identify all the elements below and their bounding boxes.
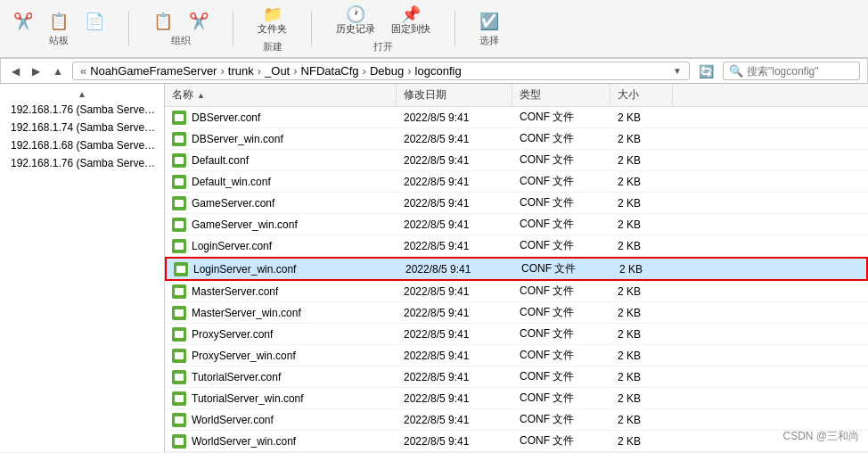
search-box[interactable]: 🔍	[723, 62, 860, 80]
sidebar-item-1[interactable]: 192.168.1.74 (Samba Server Ver	[0, 119, 164, 136]
table-row[interactable]: ProxyServer_win.conf 2022/8/5 9:41 CONF …	[165, 345, 868, 367]
file-size-cell: 2 KB	[610, 283, 673, 301]
table-row[interactable]: WorldServer.conf 2022/8/5 9:41 CONF 文件 2…	[165, 409, 868, 431]
path-segment-0[interactable]: NoahGameFrameServer	[90, 64, 217, 78]
path-segment-1[interactable]: trunk	[228, 64, 254, 78]
conf-file-icon	[172, 327, 186, 342]
toolbar-group-open: 🕐 历史记录 📌 固定到快 打开	[330, 4, 437, 54]
toolbar-pin-btn[interactable]: 📌 固定到快	[385, 4, 437, 38]
file-type-cell: CONF 文件	[512, 367, 610, 387]
table-row[interactable]: MasterServer_win.conf 2022/8/5 9:41 CONF…	[165, 302, 868, 324]
table-row[interactable]: Default_win.conf 2022/8/5 9:41 CONF 文件 2…	[165, 171, 868, 193]
toolbar-new-label: 新建	[263, 40, 283, 54]
search-input[interactable]	[747, 65, 854, 78]
file-name: DBServer_win.conf	[192, 133, 283, 145]
sidebar-item-2[interactable]: 192.168.1.68 (Samba Server Vers	[0, 136, 164, 154]
col-name-sort: ▲	[197, 91, 205, 100]
col-header-date[interactable]: 修改日期	[397, 84, 512, 106]
file-type-cell: CONF 文件	[514, 259, 612, 279]
sidebar-item-3[interactable]: 192.168.1.76 (Samba Server Vers	[0, 154, 164, 172]
file-date-cell: 2022/8/5 9:41	[397, 325, 512, 343]
path-prefix-arrow: «	[80, 64, 86, 78]
file-name: LoginServer_win.conf	[193, 263, 296, 276]
table-row[interactable]: DBServer.conf 2022/8/5 9:41 CONF 文件 2 KB	[165, 107, 868, 128]
table-row[interactable]: TutorialServer.conf 2022/8/5 9:41 CONF 文…	[165, 367, 868, 388]
file-date-cell: 2022/8/5 9:41	[397, 216, 512, 234]
sidebar-scroll-up[interactable]: ▲	[0, 87, 164, 101]
file-name: Default.conf	[192, 154, 249, 167]
table-row[interactable]: MasterServer.conf 2022/8/5 9:41 CONF 文件 …	[165, 281, 868, 302]
file-date-cell: 2022/8/5 9:41	[397, 237, 512, 255]
table-row[interactable]: LoginServer_win.conf 2022/8/5 9:41 CONF …	[165, 257, 868, 281]
file-type-cell: CONF 文件	[512, 281, 610, 301]
organize-icon1: 📋	[153, 13, 173, 29]
file-name-cell: ProxyServer.conf	[165, 325, 397, 344]
path-segment-3[interactable]: NFDataCfg	[301, 64, 359, 78]
path-segment-4[interactable]: Debug	[370, 64, 404, 78]
table-row[interactable]: DBServer_win.conf 2022/8/5 9:41 CONF 文件 …	[165, 128, 868, 150]
file-size-cell: 2 KB	[610, 411, 673, 429]
nav-forward-btn[interactable]: ▶	[29, 63, 44, 79]
col-size-label: 大小	[618, 87, 639, 103]
path-segment-5[interactable]: logconfig	[415, 64, 462, 78]
file-name: TutorialServer.conf	[192, 371, 281, 383]
toolbar-divider-4	[454, 11, 455, 46]
file-list-header: 名称 ▲ 修改日期 类型 大小	[165, 84, 868, 107]
toolbar-select-all-btn[interactable]: ☑️	[473, 11, 505, 32]
table-row[interactable]: TutorialServer_win.conf 2022/8/5 9:41 CO…	[165, 388, 868, 409]
nav-up-btn[interactable]: ▲	[49, 63, 67, 79]
file-date-cell: 2022/8/5 9:41	[397, 347, 512, 365]
history-icon: 🕐	[346, 6, 365, 22]
toolbar-history-btn[interactable]: 🕐 历史记录	[330, 4, 381, 38]
refresh-btn[interactable]: 🔄	[695, 62, 717, 80]
file-size-cell: 2 KB	[610, 130, 673, 148]
path-dropdown-btn[interactable]: ▼	[673, 66, 682, 76]
col-header-size[interactable]: 大小	[610, 84, 673, 106]
table-row[interactable]: ProxyServer.conf 2022/8/5 9:41 CONF 文件 2…	[165, 324, 868, 345]
conf-file-icon	[172, 196, 186, 210]
path-arrow-1: ›	[220, 64, 224, 78]
conf-file-icon	[172, 132, 186, 146]
toolbar-cut-btn[interactable]: ✂️	[7, 11, 39, 32]
pin-icon: 📌	[401, 6, 421, 22]
file-type-cell: CONF 文件	[512, 235, 610, 256]
path-arrow-4: ›	[363, 64, 366, 78]
file-type-cell: CONF 文件	[512, 388, 610, 408]
file-type-cell: CONF 文件	[512, 431, 610, 451]
toolbar-organize-btn2[interactable]: ✂️	[183, 11, 215, 32]
file-name-cell: MasterServer_win.conf	[165, 303, 397, 323]
address-path[interactable]: « NoahGameFrameServer › trunk › _Out › N…	[72, 62, 690, 80]
file-name-cell: WorldServer_win.conf	[165, 432, 397, 451]
conf-file-icon	[172, 153, 186, 168]
table-row[interactable]: LoginServer.conf 2022/8/5 9:41 CONF 文件 2…	[165, 235, 868, 257]
toolbar-new-folder-btn[interactable]: 📁 文件夹	[251, 4, 293, 38]
file-size-cell: 2 KB	[610, 216, 673, 234]
file-date-cell: 2022/8/5 9:41	[397, 411, 512, 429]
file-type-cell: CONF 文件	[512, 128, 610, 149]
table-row[interactable]: GameServer_win.conf 2022/8/5 9:41 CONF 文…	[165, 214, 868, 235]
toolbar-copy-btn[interactable]: 📋	[43, 11, 75, 32]
conf-file-icon	[172, 284, 186, 299]
toolbar-organize-items: 📋 ✂️	[147, 11, 215, 32]
watermark: CSDN @三和尚	[782, 429, 859, 444]
file-date-cell: 2022/8/5 9:41	[397, 194, 512, 212]
file-name-cell: DBServer_win.conf	[165, 129, 397, 149]
toolbar-paste-btn[interactable]: 📄	[78, 11, 111, 32]
file-name-cell: ProxyServer_win.conf	[165, 346, 397, 366]
file-name-cell: LoginServer_win.conf	[167, 259, 398, 279]
file-name-cell: Default_win.conf	[165, 172, 397, 192]
toolbar-organize-btn1[interactable]: 📋	[147, 11, 179, 32]
table-row[interactable]: GameServer.conf 2022/8/5 9:41 CONF 文件 2 …	[165, 193, 868, 214]
nav-back-btn[interactable]: ◀	[8, 63, 23, 79]
main-area: ▲ 192.168.1.76 (Samba Server Vers 192.16…	[0, 84, 868, 452]
col-header-type[interactable]: 类型	[512, 84, 610, 106]
table-row[interactable]: WorldServer_win.conf 2022/8/5 9:41 CONF …	[165, 431, 868, 452]
toolbar-new-items: 📁 文件夹	[251, 4, 293, 38]
col-header-name[interactable]: 名称 ▲	[165, 84, 397, 106]
toolbar-group-new: 📁 文件夹 新建	[251, 4, 293, 54]
table-row[interactable]: Default.conf 2022/8/5 9:41 CONF 文件 2 KB	[165, 150, 868, 171]
toolbar-stanban-label: 站板	[49, 34, 69, 47]
sidebar-item-0[interactable]: 192.168.1.76 (Samba Server Vers	[0, 101, 164, 119]
path-segment-2[interactable]: _Out	[265, 64, 290, 78]
file-rows-container: DBServer.conf 2022/8/5 9:41 CONF 文件 2 KB…	[165, 107, 868, 452]
